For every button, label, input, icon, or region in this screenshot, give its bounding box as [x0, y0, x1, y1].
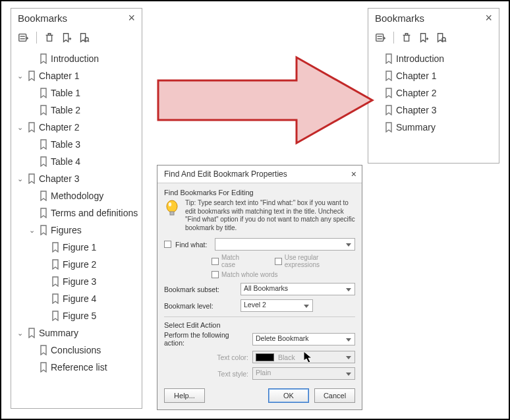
panel-title: Bookmarks — [18, 13, 67, 24]
bookmark-label: Conclusions — [51, 345, 101, 355]
match-case-checkbox[interactable] — [212, 258, 219, 265]
bookmark-row[interactable]: ⌄Chapter 2 — [15, 119, 139, 136]
bookmark-row[interactable]: ·Table 3 — [15, 136, 139, 153]
find-what-checkbox[interactable] — [164, 241, 171, 248]
bookmark-row[interactable]: ·Introduction — [15, 50, 139, 67]
bookmark-label: Reference list — [51, 362, 107, 373]
bookmark-label: Summary — [39, 328, 78, 338]
bookmark-icon — [51, 311, 60, 321]
chevron-down-icon[interactable]: ⌄ — [15, 123, 24, 132]
bookmark-row[interactable]: ·Figure 4 — [15, 290, 139, 307]
bookmark-icon — [51, 276, 60, 287]
bookmark-label: Table 1 — [51, 88, 80, 98]
separator — [36, 32, 37, 44]
bookmark-label: Terms and definitions — [51, 208, 138, 218]
close-icon[interactable]: × — [484, 11, 494, 25]
chevron-down-icon[interactable]: ⌄ — [27, 226, 36, 235]
bookmark-row[interactable]: ·Chapter 1 — [372, 67, 496, 84]
bookmark-row[interactable]: ⌄Figures — [15, 222, 139, 239]
close-icon[interactable]: × — [127, 11, 136, 25]
bookmark-row[interactable]: ·Table 4 — [15, 153, 139, 170]
group-find-label: Find Bookmarks For Editing — [157, 183, 362, 196]
bookmark-icon — [39, 191, 48, 201]
bookmark-row[interactable]: ⌄Summary — [15, 324, 139, 342]
match-options: Match case Use regular expressions — [157, 253, 362, 271]
bookmark-row[interactable]: ·Chapter 2 — [372, 84, 496, 102]
subset-combo[interactable]: All Bookmarks — [241, 283, 355, 295]
bookmark-icon — [51, 242, 60, 253]
use-regex-checkbox[interactable] — [275, 258, 282, 265]
chevron-down-icon[interactable]: ⌄ — [15, 175, 24, 183]
bookmark-row[interactable]: ⌄Chapter 3 — [15, 170, 139, 187]
textstyle-combo[interactable]: Plain — [252, 367, 355, 380]
bookmark-row[interactable]: ·Summary — [372, 119, 496, 136]
help-button[interactable]: Help... — [164, 388, 205, 403]
bookmark-label: Chapter 3 — [39, 173, 79, 184]
panel-title: Bookmarks — [375, 13, 424, 24]
bookmark-label: Figure 5 — [63, 311, 96, 321]
bookmark-row[interactable]: ·Figure 1 — [15, 239, 139, 256]
svg-rect-7 — [376, 34, 383, 42]
group-action-label: Select Edit Action — [157, 320, 362, 329]
new-bookmark-icon[interactable] — [416, 30, 431, 45]
find-edit-bookmark-dialog: Find And Edit Bookmark Properties × Find… — [157, 165, 362, 410]
find-bookmark-icon[interactable] — [76, 30, 91, 45]
bookmark-icon — [27, 71, 36, 81]
chevron-down-icon[interactable]: ⌄ — [15, 72, 24, 80]
bookmark-icon — [51, 293, 60, 304]
bookmark-row[interactable]: ·Table 1 — [15, 84, 139, 102]
textcolor-combo[interactable]: Black — [252, 351, 355, 363]
new-bookmark-icon[interactable] — [59, 30, 74, 45]
find-what-input[interactable] — [215, 238, 355, 251]
chevron-down-icon[interactable]: ⌄ — [15, 329, 24, 338]
ok-button[interactable]: OK — [268, 388, 309, 403]
panel-toolbar — [368, 29, 499, 49]
options-menu-button[interactable] — [374, 30, 388, 45]
bookmark-icon — [384, 105, 393, 115]
bookmark-icon — [39, 105, 48, 115]
bookmark-label: Chapter 2 — [39, 122, 79, 133]
match-whole-label: Match whole words — [221, 271, 278, 278]
textcolor-value: Black — [278, 353, 295, 361]
bookmark-label: Chapter 1 — [39, 71, 79, 81]
bookmark-label: Table 3 — [51, 139, 80, 150]
bookmark-icon — [384, 71, 393, 81]
svg-rect-0 — [19, 34, 26, 42]
bookmark-row[interactable]: ⌄Chapter 1 — [15, 67, 139, 84]
cancel-button[interactable]: Cancel — [314, 388, 355, 403]
bookmark-icon — [39, 225, 48, 235]
action-combo[interactable]: Delete Bookmark — [252, 333, 355, 345]
options-menu-button[interactable] — [16, 30, 31, 45]
bookmark-row[interactable]: ·Conclusions — [15, 342, 139, 359]
bookmark-row[interactable]: ·Methodology — [15, 187, 139, 204]
bookmark-icon — [39, 345, 48, 355]
delete-icon[interactable] — [399, 30, 414, 45]
bookmark-icon — [51, 259, 60, 270]
bookmark-row[interactable]: ·Figure 2 — [15, 256, 139, 273]
bookmark-row[interactable]: ·Figure 5 — [15, 307, 139, 324]
use-regex-label: Use regular expressions — [285, 254, 355, 268]
action-label: Perform the following action: — [164, 331, 248, 347]
dialog-titlebar: Find And Edit Bookmark Properties × — [157, 165, 362, 183]
bookmark-label: Introduction — [51, 53, 99, 64]
subset-row: Bookmark subset: All Bookmarks — [157, 281, 362, 297]
bookmark-row[interactable]: ·Figure 3 — [15, 273, 139, 290]
textcolor-label: Text color: — [164, 353, 248, 361]
bookmark-label: Figures — [51, 225, 82, 235]
bookmark-icon — [27, 328, 36, 338]
close-icon[interactable]: × — [351, 169, 356, 179]
bookmark-row[interactable]: ·Terms and definitions — [15, 204, 139, 222]
bookmark-row[interactable]: ·Chapter 3 — [372, 102, 496, 119]
find-bookmark-icon[interactable] — [434, 30, 448, 45]
bookmark-label: Methodology — [51, 191, 103, 201]
separator — [393, 32, 394, 44]
separator — [164, 316, 355, 317]
level-combo[interactable]: Level 2 — [241, 299, 313, 312]
delete-icon[interactable] — [42, 30, 57, 45]
match-whole-checkbox[interactable] — [212, 271, 219, 278]
bookmark-row[interactable]: ·Introduction — [372, 50, 496, 67]
bookmark-label: Chapter 2 — [396, 88, 436, 98]
bookmark-row[interactable]: ·Table 2 — [15, 102, 139, 119]
panel-toolbar — [11, 29, 142, 49]
bookmark-row[interactable]: ·Reference list — [15, 359, 139, 376]
